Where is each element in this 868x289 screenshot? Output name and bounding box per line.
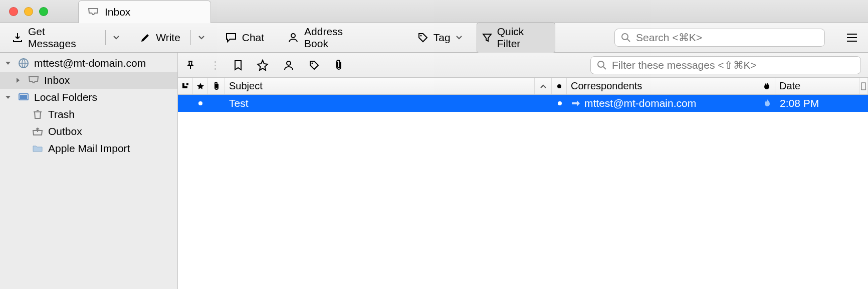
sidebar-account-label: mttest@mt-domain.com	[34, 57, 146, 69]
chat-icon	[225, 32, 237, 43]
svg-point-2	[622, 34, 628, 40]
separator-dots: ⋮	[210, 59, 220, 71]
computer-icon	[17, 93, 30, 102]
pin-icon[interactable]	[185, 60, 196, 71]
global-search[interactable]	[614, 29, 825, 47]
trash-icon	[31, 109, 44, 120]
flame-icon	[763, 82, 771, 91]
get-messages-button[interactable]: Get Messages	[7, 23, 100, 53]
disclosure-triangle-icon[interactable]	[15, 77, 23, 83]
main-area: mttest@mt-domain.com Inbox Local Folders	[0, 53, 868, 289]
window-controls	[9, 7, 48, 16]
main-toolbar: Get Messages Write Chat Address Book Tag	[0, 23, 868, 53]
sidebar-account[interactable]: mttest@mt-domain.com	[0, 55, 177, 72]
message-date: 2:08 PM	[780, 97, 819, 109]
column-correspondents[interactable]: Correspondents	[567, 78, 758, 94]
filter-tags-icon[interactable]	[309, 60, 320, 71]
filter-attachments-icon[interactable]	[334, 59, 344, 71]
message-read-cell[interactable]	[552, 95, 567, 112]
column-thread[interactable]	[178, 78, 193, 94]
filter-unread-icon[interactable]	[234, 60, 243, 71]
sidebar-inbox-label: Inbox	[44, 74, 70, 86]
message-star-cell[interactable]	[193, 95, 208, 112]
column-sort-indicator[interactable]	[535, 78, 552, 94]
outgoing-arrow-icon	[571, 100, 580, 107]
message-row[interactable]: Test mttest@mt-domain.com 2:08 PM	[178, 95, 868, 112]
tab-strip: Inbox	[78, 0, 211, 23]
paperclip-icon	[213, 82, 220, 91]
get-messages-label: Get Messages	[28, 26, 95, 50]
filter-messages-search[interactable]	[590, 56, 861, 74]
read-status-icon	[557, 84, 562, 89]
sidebar-folder-outbox[interactable]: Outbox	[0, 123, 177, 140]
filter-contacts-icon[interactable]	[283, 59, 295, 71]
column-junk-status[interactable]	[758, 78, 775, 94]
svg-point-8	[598, 61, 604, 67]
sidebar-folder-trash[interactable]: Trash	[0, 106, 177, 123]
sidebar-local-folders[interactable]: Local Folders	[0, 89, 177, 106]
sidebar-folder-apple-mail-import[interactable]: Apple Mail Import	[0, 140, 177, 157]
svg-point-7	[312, 62, 313, 64]
filter-messages-input[interactable]	[612, 59, 854, 71]
svg-rect-5	[20, 95, 27, 99]
address-book-icon	[287, 32, 299, 44]
column-picker[interactable]	[859, 78, 868, 94]
svg-rect-10	[861, 83, 865, 90]
minimize-window-button[interactable]	[24, 7, 33, 16]
inbox-tray-icon	[27, 76, 40, 85]
quick-filter-bar: ⋮	[178, 53, 868, 78]
chevron-up-icon	[540, 83, 547, 90]
tab-label: Inbox	[105, 6, 130, 18]
account-globe-icon	[17, 58, 30, 69]
chat-button[interactable]: Chat	[220, 29, 269, 47]
tag-button[interactable]: Tag	[412, 29, 468, 47]
search-icon	[597, 60, 607, 70]
outbox-tray-icon	[31, 127, 44, 136]
pencil-icon	[140, 32, 151, 43]
separator	[190, 30, 191, 45]
disclosure-triangle-icon[interactable]	[5, 60, 13, 66]
tag-icon	[417, 32, 428, 43]
thread-icon	[181, 82, 189, 90]
tab-inbox[interactable]: Inbox	[78, 1, 211, 23]
column-headers: Subject Correspondents Date	[178, 78, 868, 95]
svg-point-9	[557, 84, 561, 88]
inbox-tray-icon	[88, 8, 99, 17]
sidebar-folder-inbox[interactable]: Inbox	[0, 72, 177, 89]
column-correspondents-label: Correspondents	[571, 80, 642, 92]
write-label: Write	[156, 32, 180, 44]
zoom-window-button[interactable]	[39, 7, 48, 16]
write-dropdown[interactable]	[196, 34, 207, 41]
get-messages-dropdown[interactable]	[111, 34, 122, 41]
folder-sidebar: mttest@mt-domain.com Inbox Local Folders	[0, 53, 178, 289]
message-correspondent: mttest@mt-domain.com	[584, 97, 696, 109]
chat-label: Chat	[242, 32, 264, 44]
address-book-button[interactable]: Address Book	[282, 23, 374, 53]
message-list: Test mttest@mt-domain.com 2:08 PM	[178, 95, 868, 289]
column-subject-label: Subject	[229, 80, 263, 92]
svg-point-0	[291, 34, 295, 38]
column-subject[interactable]: Subject	[225, 78, 535, 94]
quick-filter-button[interactable]: Quick Filter	[477, 22, 555, 53]
close-window-button[interactable]	[9, 7, 18, 16]
filter-starred-icon[interactable]	[257, 59, 269, 71]
message-subject: Test	[229, 97, 249, 109]
column-picker-icon	[861, 82, 866, 90]
column-date-label: Date	[779, 80, 800, 92]
svg-point-6	[287, 61, 291, 65]
svg-point-1	[420, 35, 421, 37]
app-menu-button[interactable]	[843, 31, 861, 45]
flame-icon	[763, 99, 771, 108]
tag-label: Tag	[433, 32, 451, 44]
hamburger-icon	[846, 33, 858, 43]
column-attachment[interactable]	[208, 78, 225, 94]
column-read-status[interactable]	[552, 78, 567, 94]
column-date[interactable]: Date	[775, 78, 859, 94]
global-search-input[interactable]	[636, 32, 818, 44]
folder-icon	[31, 144, 44, 153]
write-button[interactable]: Write	[135, 29, 185, 47]
star-icon	[196, 82, 204, 90]
column-star[interactable]	[193, 78, 208, 94]
disclosure-triangle-icon[interactable]	[5, 94, 13, 100]
sidebar-outbox-label: Outbox	[48, 125, 82, 137]
